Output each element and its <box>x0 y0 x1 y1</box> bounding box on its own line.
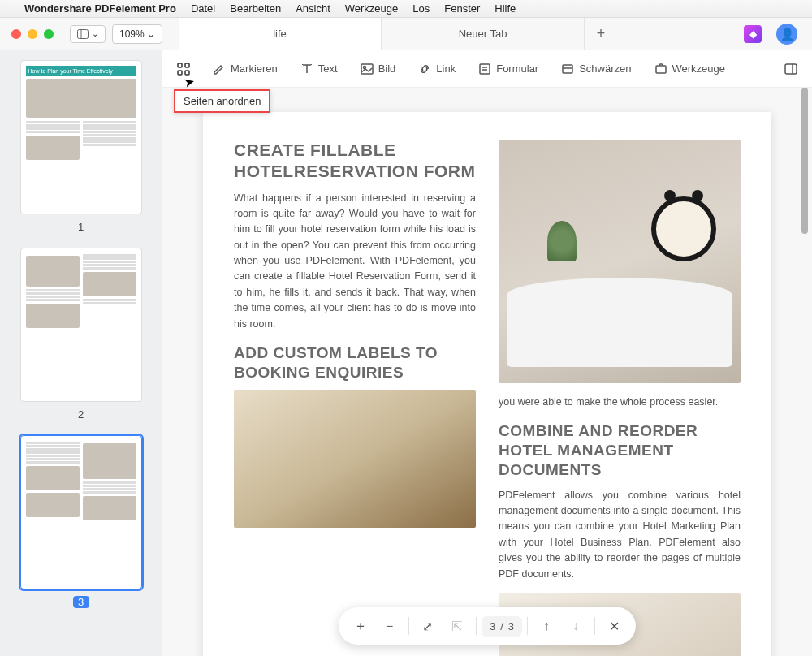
maximize-window-button[interactable] <box>44 29 54 39</box>
page-number-3: 3 <box>73 596 89 608</box>
traffic-lights <box>0 29 65 39</box>
page-thumbnail-3[interactable] <box>20 435 142 589</box>
image-tool[interactable]: Bild <box>361 63 396 76</box>
new-tab-button[interactable]: + <box>585 18 617 50</box>
svg-rect-2 <box>178 63 182 67</box>
window-titlebar: ⌄ 109% ⌄ life Neuer Tab + ◆ 👤 <box>0 18 812 50</box>
macos-menubar: Wondershare PDFelement Pro Datei Bearbei… <box>0 0 812 18</box>
next-page-button[interactable]: ↓ <box>562 612 590 640</box>
page-thumbnail-2[interactable] <box>20 248 142 402</box>
vertical-scrollbar[interactable] <box>801 88 810 656</box>
svg-rect-8 <box>480 64 490 74</box>
app-brand-icon[interactable]: ◆ <box>744 25 762 43</box>
organize-pages-tooltip: Seiten anordnen <box>174 89 270 113</box>
zoom-in-button[interactable]: ＋ <box>347 612 374 640</box>
redact-tool[interactable]: Schwärzen <box>561 63 631 76</box>
zoom-out-button[interactable]: － <box>376 612 404 640</box>
page-number-2: 2 <box>11 408 150 421</box>
doc-image-tabletop <box>234 390 476 528</box>
svg-rect-4 <box>178 71 182 75</box>
doc-paragraph-right-2: PDFelement allows you combine various ho… <box>499 488 741 582</box>
prev-page-button[interactable]: ↑ <box>533 612 560 640</box>
svg-rect-3 <box>185 63 189 67</box>
tools-tool[interactable]: Werkzeuge <box>654 63 726 76</box>
svg-rect-0 <box>78 29 89 38</box>
menu-edit[interactable]: Bearbeiten <box>230 2 281 15</box>
svg-point-7 <box>363 66 365 68</box>
app-name[interactable]: Wondershare PDFelement Pro <box>24 2 176 15</box>
current-page: 3 <box>490 620 495 632</box>
fit-page-button[interactable]: ⇱ <box>443 612 471 640</box>
close-bar-button[interactable]: ✕ <box>600 612 628 640</box>
close-window-button[interactable] <box>11 29 21 39</box>
menu-window[interactable]: Fenster <box>444 2 480 15</box>
zoom-level-dropdown[interactable]: 109% ⌄ <box>112 24 162 44</box>
text-tool[interactable]: Text <box>300 63 338 76</box>
svg-rect-14 <box>785 64 797 74</box>
edit-toolbar: Markieren Text Bild Link Formular Schwär… <box>162 50 812 88</box>
doc-image-clock <box>499 140 741 383</box>
doc-paragraph-right-1: you were able to make the whole process … <box>499 395 741 410</box>
svg-rect-13 <box>656 66 666 73</box>
total-pages: 3 <box>508 620 514 632</box>
minimize-window-button[interactable] <box>28 29 37 39</box>
organize-pages-button[interactable] <box>177 63 190 76</box>
page-number-1: 1 <box>11 221 150 233</box>
doc-paragraph-1: What happens if a person interested in r… <box>234 191 476 332</box>
doc-heading-2: ADD CUSTOM LABELS TO BOOKING ENQUIRIES <box>234 343 476 382</box>
menu-tools[interactable]: Werkzeuge <box>345 2 399 15</box>
scrollbar-thumb[interactable] <box>801 88 808 234</box>
document-tab-life[interactable]: life <box>179 18 382 50</box>
document-viewport[interactable]: CREATE FILLABLE HOTELRESERVATION FORM Wh… <box>162 88 812 656</box>
svg-rect-11 <box>563 65 572 73</box>
doc-heading-3: COMBINE AND REORDER HOTEL MANAGEMENT DOC… <box>499 421 741 479</box>
user-avatar[interactable]: 👤 <box>776 24 797 45</box>
menu-view[interactable]: Ansicht <box>296 2 330 15</box>
menu-go[interactable]: Los <box>412 2 430 15</box>
fit-width-button[interactable]: ⤢ <box>414 612 442 640</box>
link-tool[interactable]: Link <box>418 63 456 76</box>
sidebar-toggle-button[interactable]: ⌄ <box>70 25 106 43</box>
document-area: Markieren Text Bild Link Formular Schwär… <box>162 50 812 656</box>
menu-help[interactable]: Hilfe <box>495 2 516 15</box>
panel-toggle-button[interactable] <box>784 63 797 76</box>
page-nav-bar: ＋ － ⤢ ⇱ 3 / 3 ↑ ↓ ✕ <box>339 607 636 645</box>
pdf-page: CREATE FILLABLE HOTELRESERVATION FORM Wh… <box>203 112 771 656</box>
thumbnail-sidebar: How to Plan your Time Effectively 1 2 3 <box>0 50 162 656</box>
doc-heading-1: CREATE FILLABLE HOTELRESERVATION FORM <box>234 140 476 183</box>
highlight-tool[interactable]: Markieren <box>213 63 278 76</box>
form-tool[interactable]: Formular <box>478 63 538 76</box>
page-thumbnail-1[interactable]: How to Plan your Time Effectively <box>20 60 142 214</box>
menu-file[interactable]: Datei <box>191 2 215 15</box>
page-indicator[interactable]: 3 / 3 <box>482 616 522 637</box>
document-tab-new[interactable]: Neuer Tab <box>382 18 585 50</box>
